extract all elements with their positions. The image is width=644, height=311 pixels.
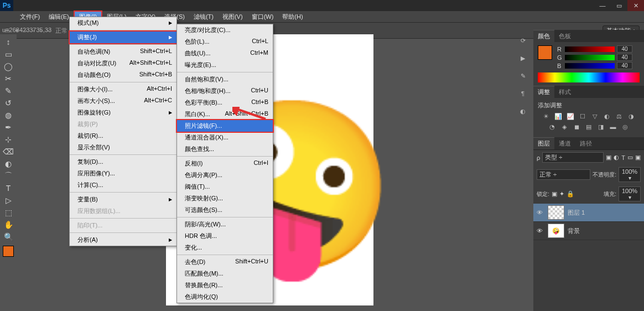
- tool-10[interactable]: ◐: [2, 158, 14, 169]
- adj-invert-icon[interactable]: ◼: [572, 123, 581, 131]
- value-b[interactable]: 40: [617, 62, 632, 69]
- adj-thresh-icon[interactable]: ◨: [596, 123, 605, 131]
- tab-color[interactable]: 颜色: [533, 30, 554, 42]
- menuitem[interactable]: 曲线(U)...Ctrl+M: [177, 48, 273, 59]
- menuitem[interactable]: 图像大小(I)...Alt+Ctrl+I: [70, 84, 176, 95]
- menuitem[interactable]: 曝光度(E)...: [177, 59, 273, 71]
- menuitem[interactable]: 色彩平衡(B)...Ctrl+B: [177, 97, 273, 108]
- adj-selcolor-icon[interactable]: ◎: [621, 123, 630, 131]
- menuitem[interactable]: 自动颜色(O)Shift+Ctrl+B: [70, 69, 176, 81]
- tool-2[interactable]: ◯: [2, 61, 14, 72]
- tool-6[interactable]: ◍: [2, 110, 14, 121]
- tool-4[interactable]: ✎: [2, 85, 14, 96]
- menuitem[interactable]: 色调分离(P)...: [177, 169, 273, 181]
- slider-r[interactable]: [565, 46, 615, 52]
- lock-pos-icon[interactable]: ✦: [559, 190, 564, 198]
- filter-icon2[interactable]: ◐: [614, 154, 619, 161]
- tab-paths[interactable]: 路径: [575, 138, 596, 149]
- menuitem[interactable]: 匹配颜色(M)...: [177, 268, 273, 279]
- tool-12[interactable]: T: [2, 183, 14, 194]
- foreground-swatch[interactable]: [538, 45, 552, 60]
- tab-layers[interactable]: 图层: [533, 137, 554, 149]
- menuitem[interactable]: 计算(C)...: [70, 179, 176, 191]
- layer-row[interactable]: 👁图层 1: [533, 204, 644, 222]
- tab-styles[interactable]: 样式: [554, 86, 575, 98]
- adj-vibrance-icon[interactable]: ▽: [590, 113, 599, 120]
- menuitem[interactable]: 反相(I)Ctrl+I: [177, 158, 273, 169]
- menu-6[interactable]: 滤镜(T): [189, 12, 218, 22]
- menuitem[interactable]: 可选颜色(S)...: [177, 204, 273, 216]
- maximize-button[interactable]: ▭: [611, 0, 627, 11]
- adj-bw-icon[interactable]: ◑: [627, 113, 636, 120]
- fill-input[interactable]: 100% ▾: [619, 186, 641, 201]
- blend-mode-select[interactable]: 正常 ÷: [537, 169, 590, 180]
- tool-16[interactable]: 🔍: [2, 231, 14, 242]
- filter-icon1[interactable]: ▣: [606, 154, 611, 161]
- color-spectrum[interactable]: [538, 72, 640, 82]
- adj-brightness-icon[interactable]: ☀: [542, 113, 550, 120]
- layer-thumb[interactable]: [548, 205, 564, 220]
- menuitem[interactable]: HDR 色调...: [177, 230, 273, 242]
- tool-15[interactable]: ✋: [2, 219, 14, 230]
- menuitem[interactable]: 变化...: [177, 242, 273, 253]
- tool-3[interactable]: ✂: [2, 73, 14, 84]
- tool-7[interactable]: ✒: [2, 122, 14, 133]
- adj-poster-icon[interactable]: ▤: [584, 123, 593, 131]
- menuitem[interactable]: 色调均化(Q): [177, 291, 273, 303]
- tool-9[interactable]: ⌫: [2, 146, 14, 157]
- layer-kind-select[interactable]: 类型 ÷: [542, 152, 604, 163]
- fg-color-swatch[interactable]: [3, 246, 14, 257]
- visibility-icon[interactable]: 👁: [537, 227, 544, 234]
- tool-14[interactable]: ⬚: [2, 207, 14, 218]
- swatches-icon[interactable]: ◐: [517, 105, 529, 117]
- menu-0[interactable]: 文件(F): [15, 12, 44, 22]
- adj-mixer-icon[interactable]: ◈: [560, 123, 569, 131]
- adj-gradmap-icon[interactable]: ▬: [609, 123, 617, 131]
- adj-photofilter-icon[interactable]: ◔: [548, 123, 557, 131]
- menuitem[interactable]: 通道混合器(X)...: [177, 132, 273, 143]
- brush-icon[interactable]: ✎: [517, 70, 529, 82]
- menuitem[interactable]: 色阶(L)...Ctrl+L: [177, 36, 273, 48]
- menuitem[interactable]: 模式(M): [70, 17, 176, 29]
- menuitem[interactable]: 照片滤镜(F)...: [176, 119, 274, 133]
- close-button[interactable]: ✕: [627, 0, 644, 11]
- tool-1[interactable]: ▭: [2, 49, 14, 60]
- adj-curves-icon[interactable]: 📈: [566, 113, 575, 120]
- menuitem[interactable]: 自然饱和度(V)...: [177, 74, 273, 85]
- menuitem[interactable]: 分析(A): [70, 234, 176, 246]
- menuitem[interactable]: 调整(J): [69, 30, 178, 44]
- tool-0[interactable]: ↕: [2, 37, 14, 48]
- menuitem[interactable]: 图像旋转(G): [70, 107, 176, 118]
- layer-row[interactable]: 👁🤪背景: [533, 222, 644, 240]
- opacity-input[interactable]: 100% ▾: [619, 167, 641, 182]
- menuitem[interactable]: 自动对比度(U)Alt+Shift+Ctrl+L: [70, 58, 176, 69]
- menuitem[interactable]: 阴影/高光(W)...: [177, 219, 273, 230]
- adj-hue-icon[interactable]: ◐: [603, 113, 611, 120]
- menuitem[interactable]: 去色(D)Shift+Ctrl+U: [177, 256, 273, 268]
- slider-g[interactable]: [565, 55, 615, 60]
- menuitem[interactable]: 复制(D)...: [70, 156, 176, 168]
- menuitem[interactable]: 画布大小(S)...Alt+Ctrl+C: [70, 95, 176, 107]
- menuitem[interactable]: 色相/饱和度(H)...Ctrl+U: [177, 85, 273, 97]
- slider-b[interactable]: [565, 63, 615, 69]
- tool-8[interactable]: ⊹: [2, 134, 14, 145]
- adj-exposure-icon[interactable]: ☐: [578, 113, 587, 120]
- menuitem[interactable]: 亮度/对比度(C)...: [177, 24, 273, 36]
- play-icon[interactable]: ▶: [517, 52, 529, 64]
- menuitem[interactable]: 黑白(K)...Alt+Shift+Ctrl+B: [177, 108, 273, 120]
- layer-thumb[interactable]: 🤪: [548, 224, 564, 238]
- visibility-icon[interactable]: 👁: [537, 209, 544, 216]
- lock-all-icon[interactable]: 🔒: [567, 190, 574, 198]
- menu-9[interactable]: 帮助(H): [278, 12, 307, 22]
- menuitem[interactable]: 阈值(T)...: [177, 181, 273, 193]
- tool-11[interactable]: ⌒: [2, 170, 14, 182]
- menuitem[interactable]: 应用图像(Y)...: [70, 168, 176, 179]
- menu-8[interactable]: 窗口(W): [247, 12, 278, 22]
- menuitem[interactable]: 自动色调(N)Shift+Ctrl+L: [70, 46, 176, 58]
- tab-swatches[interactable]: 色板: [554, 30, 575, 42]
- adj-levels-icon[interactable]: 📊: [554, 113, 563, 120]
- tab-adjustments[interactable]: 调整: [533, 86, 554, 98]
- history-icon[interactable]: ⟳: [517, 34, 529, 46]
- value-r[interactable]: 40: [617, 45, 632, 53]
- tool-5[interactable]: ↺: [2, 97, 14, 108]
